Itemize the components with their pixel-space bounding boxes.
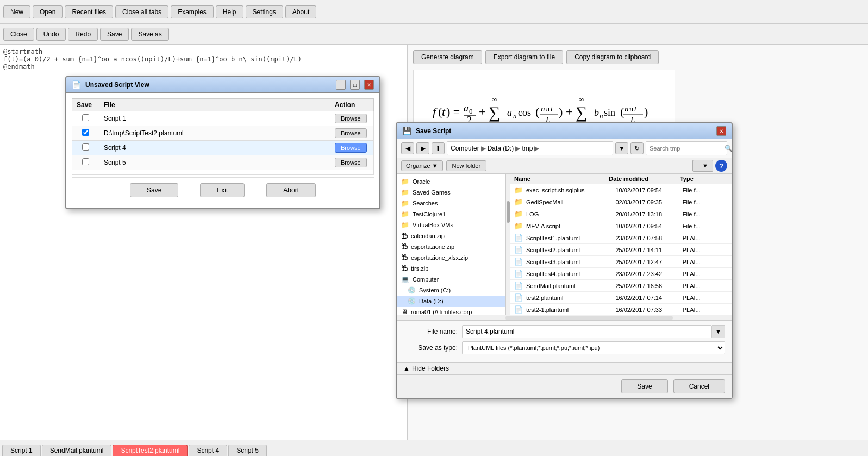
file-name: ScriptTest4.plantuml [526,271,615,277]
tree-item-virtualbox[interactable]: 📁 VirtualBox VMs [397,220,505,230]
tree-item-saved-games[interactable]: 📁 Saved Games [397,187,505,198]
unsaved-exit-button[interactable]: Exit [200,183,245,197]
breadcrumb-tmp[interactable]: tmp [522,145,533,152]
tree-item-calendari[interactable]: 🗜 calendari.zip [397,230,505,241]
table-row: D:\tmp\ScriptTest2.plantuml Browse [72,126,374,141]
file-icon: 📄 [514,258,523,266]
file-name: GediSpecMail [526,199,615,205]
list-item[interactable]: 📄 ScriptTest2.plantuml 25/02/2017 14:11 … [510,244,732,256]
tree-item-system-c[interactable]: 💿 System (C:) [397,285,505,296]
save-action-button[interactable]: Save [621,379,667,393]
organize-button[interactable]: Organize ▼ [401,160,443,171]
search-icon: 🔍 [725,145,733,152]
list-item[interactable]: 📁 GediSpecMail 02/03/2017 09:35 File f..… [510,196,732,208]
file-date: 23/02/2017 23:42 [615,271,682,277]
table-row: Script 5 Browse [72,155,374,170]
modal-overlay: 📄 Unsaved Script View _ □ ✕ Save File Ac… [0,0,868,456]
tree-item-searches[interactable]: 📁 Searches [397,198,505,209]
tree-label: Oracle [413,178,430,185]
file-type: PLAI... [683,259,727,265]
save-as-type-select[interactable]: PlantUML files (*.plantuml;*.puml;*.pu;*… [462,341,725,354]
search-input[interactable] [650,145,725,152]
save-bottom: File name: ▼ Save as type: PlantUML file… [397,321,732,362]
file-type: PLAI... [683,247,727,253]
folder-icon: 📁 [401,199,409,207]
file-icon: 📄 [514,305,523,314]
folder-tree: 📁 Oracle 📁 Saved Games 📁 Searches 📁 Test… [397,174,505,315]
script1-checkbox[interactable] [82,114,89,121]
save-dialog-close-button[interactable]: ✕ [716,126,726,136]
file-type: File f... [683,187,727,193]
list-item[interactable]: 📄 test2.plantuml 16/02/2017 07:14 PLAI..… [510,292,732,304]
tree-label: VirtualBox VMs [413,222,453,228]
list-item[interactable]: 📄 ScriptTest1.plantuml 23/02/2017 07:58 … [510,232,732,244]
unsaved-save-button[interactable]: Save [130,183,178,197]
unsaved-abort-button[interactable]: Abort [266,183,316,197]
file-type: File f... [683,223,727,229]
file-name: test2.plantuml [526,295,615,301]
script2-checkbox[interactable] [82,129,89,136]
tree-label: roma01 (\\itrmfiles.corp [411,309,472,315]
col-save-header: Save [72,99,99,111]
file-name: LOG [526,211,615,217]
list-item[interactable]: 📄 ScriptTest3.plantuml 25/02/2017 12:47 … [510,256,732,268]
file-date: 20/01/2017 13:18 [615,211,682,217]
file-name-input[interactable] [462,325,712,338]
save-toolbar2: Organize ▼ New folder ≡ ▼ ? [397,158,732,174]
tree-item-roma01[interactable]: 🖥 roma01 (\\itrmfiles.corp [397,307,505,315]
list-item[interactable]: 📄 SendMail.plantuml 25/02/2017 16:56 PLA… [510,280,732,292]
tree-item-ttrs[interactable]: 🗜 ttrs.zip [397,263,505,274]
file-name-dropdown[interactable]: ▼ [712,325,725,338]
tree-item-esportazione-xlsx[interactable]: 🗜 esportazione_xlsx.zip [397,252,505,263]
unsaved-close-button[interactable]: ✕ [364,80,374,90]
file-date: 25/02/2017 14:11 [615,247,682,253]
breadcrumb-data[interactable]: Data (D:) [488,145,514,152]
nav-back-button[interactable]: ◀ [401,142,414,154]
script4-checkbox[interactable] [82,143,89,151]
nav-up-button[interactable]: ⬆ [432,142,445,154]
list-item[interactable]: 📁 LOG 20/01/2017 13:18 File f... [510,208,732,220]
tree-label: Data (D:) [419,298,444,304]
list-item[interactable]: 📄 ScriptTest4.plantuml 23/02/2017 23:42 … [510,268,732,280]
folder-icon: 📁 [514,210,523,218]
list-item[interactable]: 📄 test2-1.plantuml 16/02/2017 07:33 PLAI… [510,304,732,315]
breadcrumb-computer[interactable]: Computer [451,145,479,152]
computer-icon: 💻 [401,276,409,283]
tree-scrollbar[interactable] [505,174,510,315]
zip-icon: 🗜 [401,254,408,261]
folder-icon: 📁 [401,210,409,218]
cancel-action-button[interactable]: Cancel [673,379,725,393]
tree-item-testclojure1[interactable]: 📁 TestClojure1 [397,209,505,220]
nav-dropdown-button[interactable]: ▼ [615,142,628,154]
unsaved-minimize-button[interactable]: _ [336,80,346,90]
script1-browse-button[interactable]: Browse [335,114,367,123]
script5-checkbox[interactable] [82,158,89,165]
new-folder-button[interactable]: New folder [446,160,487,171]
hide-folders-button[interactable]: ▲ Hide Folders [403,365,449,372]
file-name: exec_script.sh.sqlplus [526,187,615,193]
view-toggle-button[interactable]: ≡ ▼ [692,160,713,172]
file-name: ScriptTest1.plantuml [526,235,615,241]
file-type: PLAI... [683,283,727,289]
file-date: 16/02/2017 07:14 [615,295,682,301]
nav-forward-button[interactable]: ▶ [416,142,429,154]
zip-icon: 🗜 [401,265,408,272]
unsaved-maximize-button[interactable]: □ [350,80,360,90]
list-item[interactable]: 📁 MEV-A script 10/02/2017 09:54 File f..… [510,220,732,232]
col-date-header: Date modified [609,176,680,182]
tree-item-oracle[interactable]: 📁 Oracle [397,176,505,187]
tree-item-computer[interactable]: 💻 Computer [397,274,505,285]
unsaved-dialog-footer: Save Exit Abort [72,177,374,203]
script2-browse-button[interactable]: Browse [335,128,367,138]
nav-refresh-button[interactable]: ↻ [630,142,644,154]
tree-item-esportazione[interactable]: 🗜 esportazione.zip [397,241,505,252]
script5-browse-button[interactable]: Browse [335,158,367,167]
tree-item-data-d[interactable]: 💿 Data (D:) [397,296,505,307]
help-icon[interactable]: ? [715,160,727,172]
tree-label: calendari.zip [411,233,445,239]
list-item[interactable]: 📁 exec_script.sh.sqlplus 10/02/2017 09:5… [510,184,732,196]
file-date: 23/02/2017 07:58 [615,235,682,241]
col-name-header: Name [514,176,609,182]
table-row: Script 1 Browse [72,111,374,126]
script4-browse-button[interactable]: Browse [335,143,367,153]
